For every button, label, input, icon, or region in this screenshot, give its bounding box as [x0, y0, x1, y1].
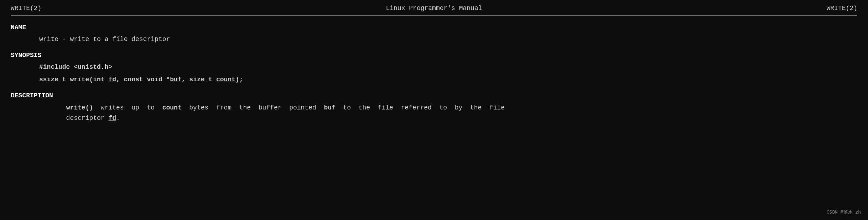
synopsis-include: #include <unistd.h> [11, 62, 857, 72]
header-center: Linux Programmer's Manual [386, 4, 482, 13]
fd-word: fd [108, 114, 116, 122]
header-bar: WRITE(2) Linux Programmer's Manual WRITE… [11, 4, 857, 16]
signature-buf: buf [170, 76, 181, 83]
watermark: CSDN @落水 zh [827, 209, 861, 216]
name-content: write - write to a file descriptor [11, 35, 857, 44]
description-content: write() writes up to count bytes from th… [11, 103, 857, 123]
description-line1: write() writes up to count bytes from th… [39, 103, 857, 113]
description-heading: DESCRIPTION [11, 91, 857, 101]
synopsis-heading: SYNOPSIS [11, 51, 857, 60]
count-word: count [162, 104, 182, 111]
write-func: write() [66, 104, 93, 111]
name-section: NAME write - write to a file descriptor [11, 23, 857, 44]
signature-end: ); [235, 76, 243, 83]
synopsis-section: SYNOPSIS #include <unistd.h> ssize_t wri… [11, 51, 857, 85]
name-heading: NAME [11, 23, 857, 32]
name-text: write - write to a file descriptor [39, 36, 170, 43]
signature-suffix: , size_t [182, 76, 216, 83]
signature-count: count [216, 76, 235, 83]
buf-word: buf [324, 104, 335, 111]
signature-fd: fd [108, 76, 116, 83]
header-right: WRITE(2) [827, 4, 857, 13]
synopsis-signature: ssize_t write(int fd, const void *buf, s… [11, 75, 857, 85]
header-left: WRITE(2) [11, 4, 41, 13]
description-line2: descriptor fd. [39, 113, 857, 123]
description-section: DESCRIPTION write() writes up to count b… [11, 91, 857, 123]
signature-prefix: ssize_t write(int [39, 76, 108, 83]
signature-middle: , const void * [116, 76, 170, 83]
include-line: #include <unistd.h> [39, 63, 112, 71]
